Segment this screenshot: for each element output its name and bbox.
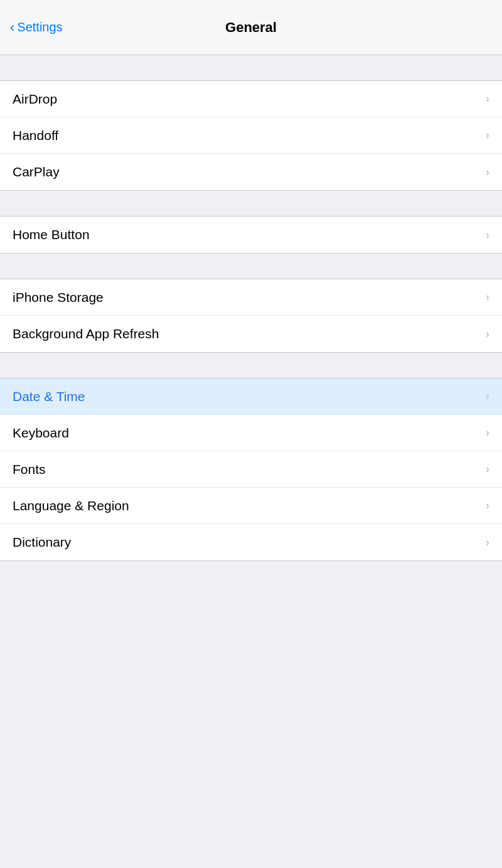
home-button-chevron-icon: › xyxy=(486,228,489,242)
dictionary-row[interactable]: Dictionary › xyxy=(0,524,502,560)
language-region-chevron-icon: › xyxy=(486,499,489,512)
home-button-label: Home Button xyxy=(13,227,90,242)
handoff-chevron-icon: › xyxy=(486,129,489,142)
background-app-refresh-chevron-icon: › xyxy=(486,328,489,341)
settings-group-4: Date & Time › Keyboard › Fonts › Languag… xyxy=(0,378,502,561)
iphone-storage-row[interactable]: iPhone Storage › xyxy=(0,279,502,316)
home-button-row[interactable]: Home Button › xyxy=(0,217,502,253)
language-region-row[interactable]: Language & Region › xyxy=(0,488,502,524)
language-region-label: Language & Region xyxy=(13,498,129,513)
carplay-chevron-icon: › xyxy=(486,166,489,179)
keyboard-chevron-icon: › xyxy=(486,426,489,439)
back-button-label: Settings xyxy=(17,20,62,35)
page-title: General xyxy=(225,19,277,36)
airdrop-row[interactable]: AirDrop › xyxy=(0,81,502,117)
back-button[interactable]: ‹ Settings xyxy=(10,19,63,36)
background-app-refresh-row[interactable]: Background App Refresh › xyxy=(0,316,502,352)
date-time-row[interactable]: Date & Time › xyxy=(0,378,502,415)
date-time-chevron-icon: › xyxy=(486,390,489,403)
back-chevron-icon: ‹ xyxy=(10,19,14,36)
section-gap-4 xyxy=(0,353,502,378)
background-app-refresh-label: Background App Refresh xyxy=(13,326,159,341)
handoff-label: Handoff xyxy=(13,128,58,143)
date-time-label: Date & Time xyxy=(13,389,85,404)
dictionary-chevron-icon: › xyxy=(486,536,489,549)
carplay-label: CarPlay xyxy=(13,164,60,179)
iphone-storage-label: iPhone Storage xyxy=(13,290,104,305)
navigation-bar: ‹ Settings General xyxy=(0,0,502,55)
fonts-label: Fonts xyxy=(13,462,46,477)
fonts-chevron-icon: › xyxy=(486,463,489,476)
section-gap-3 xyxy=(0,254,502,279)
section-gap-2 xyxy=(0,191,502,216)
dictionary-label: Dictionary xyxy=(13,535,71,550)
bottom-gap xyxy=(0,561,502,599)
settings-group-1: AirDrop › Handoff › CarPlay › xyxy=(0,80,502,191)
fonts-row[interactable]: Fonts › xyxy=(0,451,502,488)
keyboard-label: Keyboard xyxy=(13,426,69,441)
handoff-row[interactable]: Handoff › xyxy=(0,117,502,154)
carplay-row[interactable]: CarPlay › xyxy=(0,154,502,190)
section-gap-top xyxy=(0,55,502,80)
iphone-storage-chevron-icon: › xyxy=(486,291,489,304)
airdrop-label: AirDrop xyxy=(13,92,57,107)
airdrop-chevron-icon: › xyxy=(486,92,489,105)
settings-group-3: iPhone Storage › Background App Refresh … xyxy=(0,279,502,353)
keyboard-row[interactable]: Keyboard › xyxy=(0,415,502,451)
settings-group-2: Home Button › xyxy=(0,216,502,254)
